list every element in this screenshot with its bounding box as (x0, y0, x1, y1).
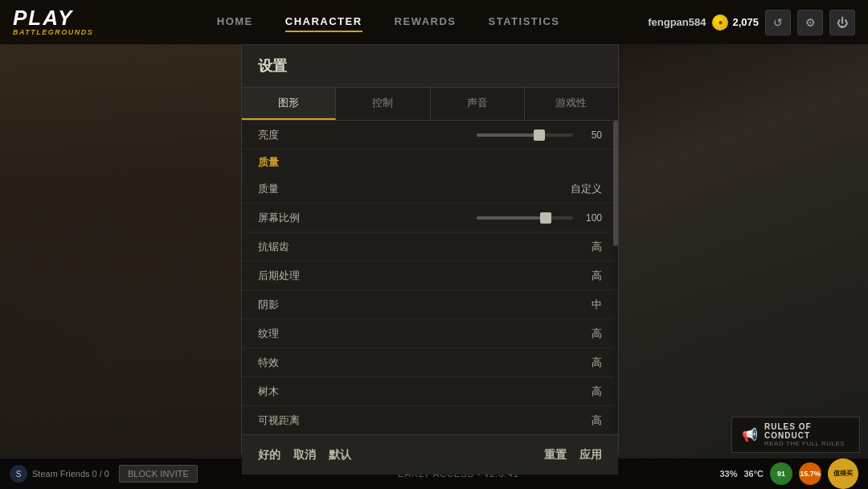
temp-value: 36°C (743, 469, 764, 479)
resolution-value: 100 (579, 212, 602, 224)
ping-green-badge: 91 (770, 462, 792, 485)
ping-orange-value: 15.7% (800, 470, 821, 478)
refresh-button[interactable]: ↺ (765, 10, 791, 35)
steam-user: S Steam Friends 0 / 0 (10, 465, 109, 483)
watermark-badge: 值得买 (828, 458, 858, 489)
effects-value: 高 (554, 355, 602, 370)
resolution-row: 屏幕比例 100 (242, 203, 618, 232)
settings-title: 设置 (258, 58, 287, 74)
ok-button[interactable]: 好的 (258, 448, 280, 462)
nav-character[interactable]: CHARACTER (285, 12, 362, 32)
resolution-slider-track[interactable] (477, 216, 573, 220)
currency-amount: 2,075 (732, 16, 759, 28)
scrollbar-thumb[interactable] (613, 121, 618, 246)
nav-rewards[interactable]: REWARDS (395, 12, 457, 32)
settings-content: 亮度 50 质量 质量 自定义 屏幕比例 (242, 121, 618, 434)
antialiasing-label: 抗锯齿 (258, 240, 554, 254)
top-navigation: PLAY BATTLEGROUNDS HOME CHARACTER REWARD… (0, 0, 868, 44)
antialiasing-value: 高 (554, 240, 602, 254)
nav-statistics[interactable]: STATISTICS (489, 12, 560, 32)
block-invite-button[interactable]: BLOCK INVITE (119, 465, 198, 483)
ping-green-value: 91 (777, 470, 785, 478)
footer-right-buttons: 重置 应用 (544, 448, 602, 462)
nav-links: HOME CHARACTER REWARDS STATISTICS (129, 12, 648, 32)
brightness-row: 亮度 50 (242, 121, 618, 150)
resolution-slider-thumb[interactable] (540, 212, 551, 224)
cpu-value: 33% (719, 469, 737, 479)
foliage-label: 树木 (258, 384, 554, 399)
tab-controls[interactable]: 控制 (336, 88, 430, 120)
coin-icon: ● (712, 14, 728, 31)
quality-row: 质量 自定义 (242, 175, 618, 203)
shadows-value: 中 (554, 298, 602, 312)
username: fengpan584 (648, 16, 706, 28)
textures-label: 纹理 (258, 327, 554, 341)
resolution-slider-container[interactable]: 100 (430, 212, 602, 224)
textures-row: 纹理 高 (242, 319, 618, 348)
resolution-slider-fill (477, 216, 546, 220)
quality-section-label: 质量 (258, 156, 279, 168)
effects-label: 特效 (258, 355, 554, 370)
power-icon: ⏻ (837, 16, 848, 29)
apply-button[interactable]: 应用 (579, 448, 602, 462)
postprocess-row: 后期处理 高 (242, 261, 618, 290)
shadows-label: 阴影 (258, 298, 554, 312)
tab-audio[interactable]: 声音 (431, 88, 525, 120)
steam-icon: S (10, 465, 27, 483)
rules-subtitle: READ THE FULL RULES (764, 440, 850, 447)
textures-value: 高 (554, 327, 602, 341)
currency-display: ● 2,075 (712, 14, 759, 31)
brightness-value: 50 (579, 129, 602, 141)
megaphone-icon: 📢 (742, 427, 758, 442)
rules-text-block: RULES OF CONDUCT READ THE FULL RULES (764, 422, 850, 447)
settings-footer: 好的 取消 默认 重置 应用 (242, 434, 618, 475)
refresh-icon: ↺ (773, 16, 783, 29)
default-button[interactable]: 默认 (329, 448, 351, 462)
tab-graphics[interactable]: 图形 (242, 88, 336, 120)
brightness-slider-thumb[interactable] (534, 129, 545, 141)
effects-row: 特效 高 (242, 348, 618, 377)
nav-home[interactable]: HOME (217, 12, 253, 32)
antialiasing-row: 抗锯齿 高 (242, 232, 618, 261)
brightness-label: 亮度 (258, 128, 430, 142)
user-info: fengpan584 ● 2,075 (648, 14, 759, 31)
temp-stat: 36°C (743, 469, 764, 479)
quality-section-header: 质量 (242, 150, 618, 175)
settings-scrollbar[interactable] (613, 121, 618, 434)
shadows-row: 阴影 中 (242, 290, 618, 319)
postprocess-value: 高 (554, 269, 602, 283)
tab-gameplay[interactable]: 游戏性 (525, 88, 618, 120)
settings-button[interactable]: ⚙ (797, 10, 823, 35)
footer-left-buttons: 好的 取消 默认 (258, 448, 351, 462)
rules-banner[interactable]: 📢 RULES OF CONDUCT READ THE FULL RULES (731, 417, 860, 453)
logo-play: PLAY (13, 7, 129, 28)
brightness-slider-container[interactable]: 50 (430, 129, 602, 141)
settings-tabs: 图形 控制 声音 游戏性 (242, 88, 618, 121)
rules-title: RULES OF CONDUCT (764, 422, 850, 440)
cancel-button[interactable]: 取消 (293, 448, 316, 462)
bottom-right-stats: 33% 36°C 91 15.7% 值得买 (719, 458, 858, 489)
brightness-slider-fill (477, 134, 539, 137)
gear-icon: ⚙ (805, 16, 816, 29)
viewdist-row: 可视距离 高 (242, 406, 618, 434)
ping-orange-badge: 15.7% (799, 462, 821, 485)
cpu-stat: 33% (719, 469, 737, 479)
reset-button[interactable]: 重置 (544, 448, 567, 462)
quality-label: 质量 (258, 182, 554, 196)
viewdist-value: 高 (554, 413, 602, 428)
brightness-slider-track[interactable] (477, 134, 573, 137)
logo-area: PLAY BATTLEGROUNDS (0, 7, 129, 37)
viewdist-label: 可视距离 (258, 413, 554, 428)
settings-header: 设置 (242, 45, 618, 88)
quality-value: 自定义 (554, 182, 602, 196)
settings-modal: 设置 图形 控制 声音 游戏性 亮度 50 (241, 44, 619, 454)
nav-right: fengpan584 ● 2,075 ↺ ⚙ ⏻ (648, 10, 868, 35)
postprocess-label: 后期处理 (258, 269, 554, 283)
foliage-row: 树木 高 (242, 377, 618, 406)
foliage-value: 高 (554, 384, 602, 399)
power-button[interactable]: ⏻ (829, 10, 855, 35)
steam-friends-text: Steam Friends 0 / 0 (32, 469, 109, 479)
resolution-label: 屏幕比例 (258, 211, 430, 225)
logo-sub: BATTLEGROUNDS (13, 28, 129, 37)
